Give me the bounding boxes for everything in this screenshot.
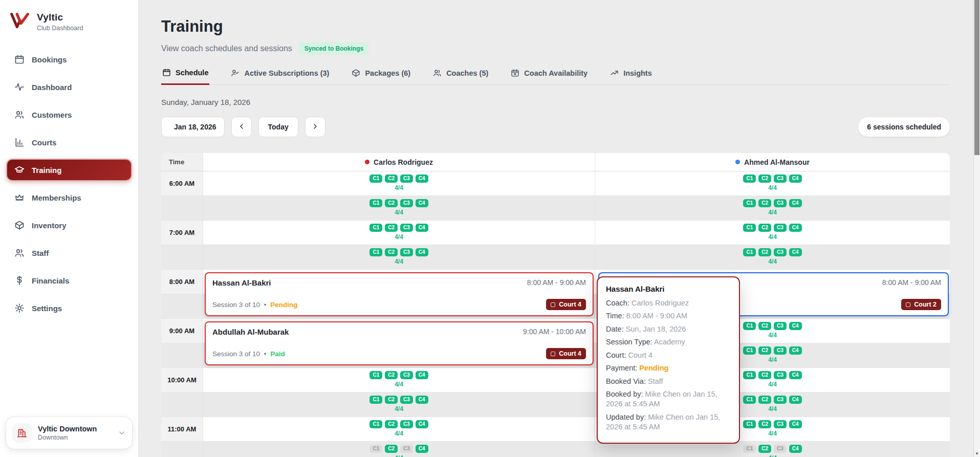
court-chip: C4: [416, 420, 428, 428]
schedule-cell: C1C2C3C44/4: [203, 221, 595, 245]
court-chip: C4: [789, 445, 802, 453]
sidebar-item-training[interactable]: Training: [6, 159, 132, 181]
users-icon: [14, 248, 25, 258]
court-chip: C2: [758, 396, 771, 404]
schedule-cell: C1C2C3C44/4: [595, 442, 950, 457]
coach-name: Ahmed Al-Mansour: [744, 158, 810, 166]
schedule-cell: C1C2C3C44/4: [203, 393, 595, 417]
schedule-cell: C1C2C3C44/4: [203, 245, 595, 269]
session-card-hassan-al-bakri[interactable]: Hassan Al-Bakri8:00 AM - 9:00 AMSession …: [205, 272, 594, 316]
time-label: [161, 294, 203, 318]
court-chip: C2: [758, 199, 771, 207]
sidebar-item-label: Bookings: [32, 55, 67, 64]
tab-active-subscriptions-3[interactable]: Active Subscriptions (3): [230, 67, 330, 84]
schedule-rows: 6:00 AMC1C2C3C44/4C1C2C3C44/4C1C2C3C44/4…: [161, 171, 950, 457]
toolbar-left: Jan 18, 2026 Today: [161, 117, 325, 137]
sidebar-item-dashboard[interactable]: Dashboard: [6, 76, 132, 98]
sidebar-item-label: Inventory: [32, 221, 67, 230]
court-availability-chips: C1C2C3C4: [743, 445, 801, 453]
session-card-abdullah-al-mubarak[interactable]: Abdullah Al-Mubarak9:00 AM - 10:00 AMSes…: [205, 321, 594, 365]
page-subtitle: View coach schedules and sessions: [161, 44, 292, 53]
time-slot-row-10-00-am: 10:00 AMC1C2C3C44/4C1C2C3C44/4: [161, 368, 950, 393]
court-chip: C4: [416, 371, 428, 379]
session-meta: Session 3 of 10 • Pending: [212, 301, 298, 309]
calendar-icon: [14, 54, 25, 64]
coach-column-header-ahmed-al-mansour: Ahmed Al-Mansour: [595, 153, 950, 171]
brand-subtitle: Club Dashboard: [37, 25, 83, 32]
coach-color-dot: [735, 160, 740, 164]
scrollbar-thumb[interactable]: [974, 0, 979, 155]
chevron-left-icon: [237, 122, 246, 132]
sidebar-item-memberships[interactable]: Memberships: [6, 186, 132, 209]
court-badge: Court 4: [546, 348, 586, 359]
sidebar-item-financials[interactable]: Financials: [6, 269, 132, 292]
court-chip: C2: [758, 346, 771, 355]
court-chip: C1: [743, 371, 756, 379]
scroll-down-arrow-icon[interactable]: ▼: [974, 450, 980, 457]
court-chip: C2: [385, 175, 398, 183]
sidebar-item-label: Dashboard: [32, 83, 72, 92]
vertical-scrollbar[interactable]: ▼: [973, 0, 980, 457]
court-chip: C2: [385, 224, 398, 232]
court-badge: Court 2: [901, 299, 941, 310]
users-icon: [14, 110, 25, 120]
court-chip: C4: [416, 199, 428, 207]
date-heading: Sunday, January 18, 2026: [161, 98, 950, 106]
court-chip: C2: [385, 420, 398, 428]
sidebar-item-label: Settings: [32, 304, 62, 313]
time-label: [161, 393, 203, 417]
tab-coach-availability[interactable]: Coach Availability: [510, 67, 589, 84]
availability-count: 4/4: [768, 454, 777, 457]
time-slot-row: C1C2C3C44/4C1C2C3C44/4: [161, 245, 950, 270]
user-check-icon: [231, 69, 239, 77]
tooltip-field-booked-via: Booked Via: Staff: [606, 377, 731, 386]
sidebar-item-inventory[interactable]: Inventory: [6, 214, 132, 236]
availability-count: 4/4: [768, 209, 777, 216]
sidebar-item-label: Financials: [32, 276, 69, 285]
court-chip: C1: [369, 199, 382, 207]
sidebar-item-settings[interactable]: Settings: [6, 297, 132, 319]
tab-schedule[interactable]: Schedule: [161, 67, 209, 85]
tab-coaches-5[interactable]: Coaches (5): [432, 67, 489, 84]
session-tooltip: Hassan Al-Bakri Coach: Carlos RodriguezT…: [597, 276, 740, 444]
court-chip: C1: [743, 322, 756, 330]
court-chip: C4: [789, 175, 802, 183]
calendar-icon: [162, 68, 171, 77]
availability-count: 4/4: [768, 430, 777, 437]
tab-packages-6[interactable]: Packages (6): [351, 67, 411, 84]
court-chip: C1: [743, 420, 756, 428]
time-label: 11:00 AM: [161, 417, 203, 441]
tab-insights[interactable]: Insights: [609, 67, 653, 84]
court-chip: C1: [743, 445, 756, 453]
sessions-count-pill[interactable]: 6 sessions scheduled: [858, 117, 950, 137]
court-chip: C1: [369, 445, 382, 453]
court-chip: C4: [416, 396, 428, 404]
court-chip: C1: [743, 224, 756, 232]
chevron-down-icon[interactable]: [118, 429, 126, 437]
time-label: [161, 343, 203, 367]
court-chip: C4: [789, 322, 802, 330]
sidebar-item-label: Training: [32, 166, 61, 175]
availability-count: 4/4: [395, 209, 403, 216]
next-day-button[interactable]: [305, 117, 325, 137]
location-selector[interactable]: Vyltic Downtown Downtown: [6, 417, 132, 449]
court-chip: C3: [774, 445, 787, 453]
today-button[interactable]: Today: [258, 117, 298, 137]
sidebar-item-label: Customers: [32, 111, 72, 119]
student-name: Abdullah Al-Mubarak: [212, 328, 289, 336]
sidebar-item-customers[interactable]: Customers: [6, 103, 132, 126]
court-chip: C3: [400, 199, 413, 207]
tab-label: Insights: [623, 69, 652, 77]
sidebar-item-staff[interactable]: Staff: [6, 242, 132, 264]
court-chip: C2: [758, 224, 771, 232]
sidebar-nav: BookingsDashboardCustomersCourtsTraining…: [5, 48, 133, 319]
availability-count: 4/4: [395, 454, 403, 457]
schedule-table: Time Carlos RodriguezAhmed Al-Mansour 6:…: [161, 153, 950, 457]
sidebar-item-bookings[interactable]: Bookings: [6, 48, 132, 71]
court-chip: C2: [758, 420, 771, 428]
sidebar-item-courts[interactable]: Courts: [6, 131, 132, 154]
tab-label: Active Subscriptions (3): [244, 69, 329, 77]
court-chip: C1: [369, 371, 382, 379]
date-picker-button[interactable]: Jan 18, 2026: [161, 117, 225, 137]
prev-day-button[interactable]: [231, 117, 252, 137]
